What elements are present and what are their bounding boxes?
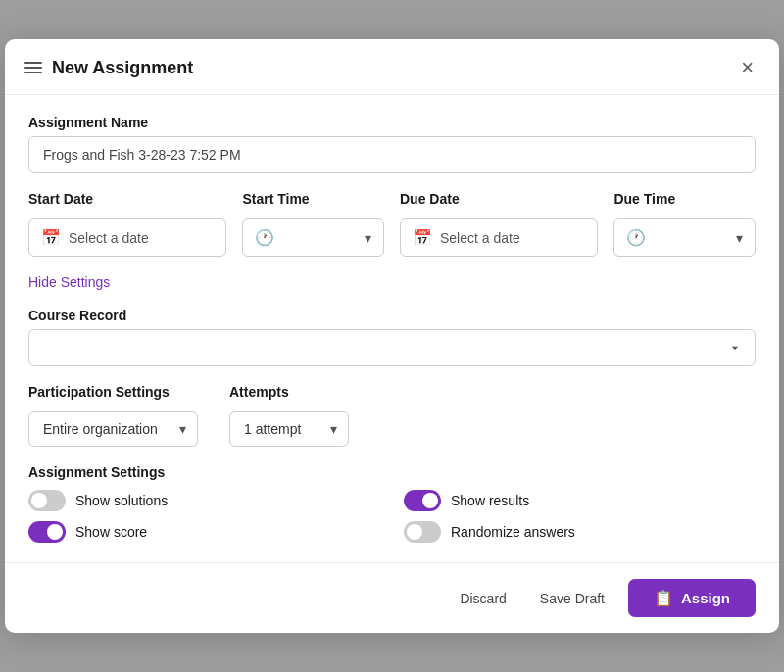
start-time-picker[interactable]: 🕐 ▾ bbox=[242, 218, 384, 257]
start-time-group: Start Time 🕐 ▾ bbox=[242, 191, 384, 257]
modal-header: New Assignment × bbox=[5, 39, 779, 95]
randomize-answers-label: Randomize answers bbox=[451, 524, 575, 540]
participation-select[interactable]: Entire organization bbox=[28, 411, 198, 447]
modal-header-left: New Assignment bbox=[24, 58, 193, 78]
hamburger-icon[interactable] bbox=[24, 62, 42, 73]
show-score-track bbox=[28, 521, 66, 543]
start-time-chevron: ▾ bbox=[365, 230, 371, 246]
participation-group: Participation Settings Entire organizati… bbox=[28, 384, 198, 447]
randomize-answers-track bbox=[404, 521, 441, 543]
start-date-label: Start Date bbox=[28, 191, 226, 207]
calendar-icon: 📅 bbox=[41, 228, 61, 247]
start-date-picker[interactable]: 📅 Select a date bbox=[28, 218, 226, 257]
save-draft-button[interactable]: Save Draft bbox=[530, 583, 614, 614]
show-score-label: Show score bbox=[75, 524, 147, 540]
date-time-row: Start Date 📅 Select a date Start Time 🕐 … bbox=[28, 191, 756, 257]
show-results-label: Show results bbox=[451, 493, 529, 508]
assign-button[interactable]: 📋 Assign bbox=[628, 579, 756, 617]
assign-label: Assign bbox=[681, 590, 730, 606]
new-assignment-modal: New Assignment × Assignment Name Start D… bbox=[5, 39, 779, 633]
show-solutions-label: Show solutions bbox=[75, 493, 168, 508]
show-solutions-toggle[interactable] bbox=[28, 490, 66, 511]
show-solutions-track bbox=[28, 490, 66, 511]
show-results-row: Show results bbox=[404, 490, 756, 511]
close-button[interactable]: × bbox=[735, 55, 760, 80]
show-score-row: Show score bbox=[28, 521, 380, 543]
show-score-toggle[interactable] bbox=[28, 521, 66, 543]
participation-select-wrapper: Entire organization ▾ bbox=[28, 411, 198, 447]
due-date-group: Due Date 📅 Select a date bbox=[400, 191, 598, 257]
hide-settings-link[interactable]: Hide Settings bbox=[28, 274, 110, 290]
settings-grid: Show solutions Show results bbox=[28, 490, 756, 543]
clock-icon-due: 🕐 bbox=[626, 228, 646, 247]
modal-footer: Discard Save Draft 📋 Assign bbox=[5, 562, 779, 633]
randomize-answers-row: Randomize answers bbox=[404, 521, 756, 543]
assignment-settings-section: Assignment Settings Show solutions bbox=[28, 464, 756, 543]
start-date-value: Select a date bbox=[69, 230, 149, 246]
due-time-picker[interactable]: 🕐 ▾ bbox=[613, 218, 756, 257]
attempts-group: Attempts 1 attempt 2 attempts Unlimited … bbox=[229, 384, 349, 447]
start-time-label: Start Time bbox=[242, 191, 384, 207]
attempts-select[interactable]: 1 attempt 2 attempts Unlimited bbox=[229, 411, 349, 447]
calendar-icon-due: 📅 bbox=[413, 228, 432, 247]
randomize-answers-toggle[interactable] bbox=[404, 521, 441, 543]
modal-overlay: New Assignment × Assignment Name Start D… bbox=[0, 0, 784, 672]
discard-button[interactable]: Discard bbox=[450, 583, 515, 614]
due-time-chevron: ▾ bbox=[736, 230, 743, 246]
due-time-group: Due Time 🕐 ▾ bbox=[613, 191, 756, 257]
due-date-picker[interactable]: 📅 Select a date bbox=[400, 218, 598, 257]
participation-settings-label: Participation Settings bbox=[28, 384, 198, 400]
start-date-group: Start Date 📅 Select a date bbox=[28, 191, 226, 257]
course-record-select[interactable] bbox=[28, 329, 756, 366]
due-date-label: Due Date bbox=[400, 191, 598, 207]
show-solutions-thumb bbox=[31, 493, 47, 508]
due-time-label: Due Time bbox=[613, 191, 756, 207]
assign-icon: 📋 bbox=[654, 589, 673, 607]
show-results-thumb bbox=[422, 493, 438, 508]
show-results-track bbox=[404, 490, 441, 511]
attempts-select-wrapper: 1 attempt 2 attempts Unlimited ▾ bbox=[229, 411, 349, 447]
randomize-answers-thumb bbox=[407, 524, 422, 540]
show-results-toggle[interactable] bbox=[404, 490, 441, 511]
clock-icon-start: 🕐 bbox=[255, 228, 274, 247]
show-score-thumb bbox=[47, 524, 63, 540]
assignment-name-input[interactable] bbox=[28, 136, 756, 173]
course-record-label: Course Record bbox=[28, 308, 756, 323]
due-date-value: Select a date bbox=[440, 230, 520, 246]
show-solutions-row: Show solutions bbox=[28, 490, 380, 511]
modal-body: Assignment Name Start Date 📅 Select a da… bbox=[5, 95, 779, 562]
modal-title: New Assignment bbox=[52, 58, 193, 78]
assignment-name-label: Assignment Name bbox=[28, 115, 756, 130]
assignment-settings-label: Assignment Settings bbox=[28, 464, 756, 480]
attempts-label: Attempts bbox=[229, 384, 349, 400]
participation-attempts-row: Participation Settings Entire organizati… bbox=[28, 384, 756, 447]
